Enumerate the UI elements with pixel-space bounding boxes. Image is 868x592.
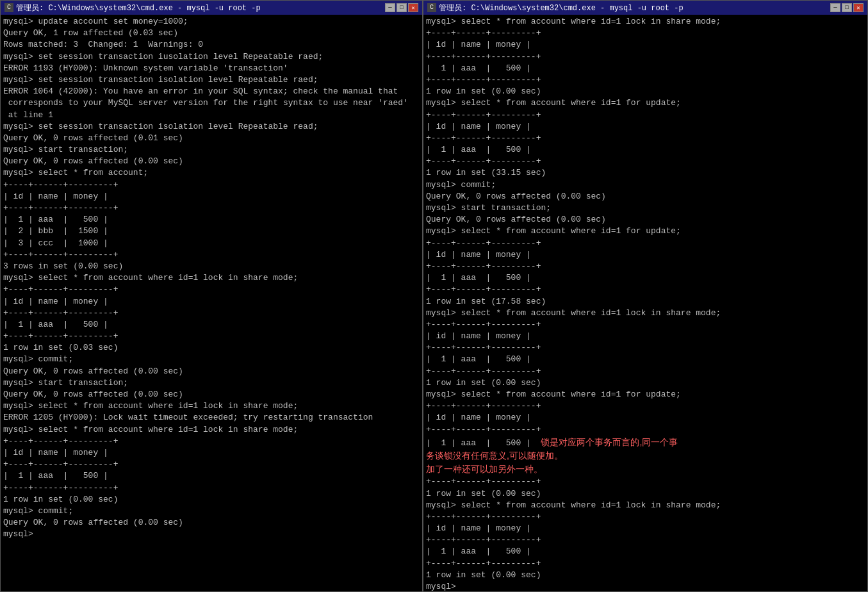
left-console-content[interactable]: mysql> update account set money=1000;Que… [1,15,422,591]
console-line: Query OK, 0 rows affected (0.00 sec) [426,191,865,202]
console-line: mysql> select * from account where id=1 … [426,389,865,400]
console-line: +----+------+---------+ [426,133,865,144]
console-line: +----+------+---------+ [426,156,865,167]
console-line: +----+------+---------+ [426,261,865,272]
console-line: | id | name | money | [3,296,420,308]
left-title-bar-left: C 管理员: C:\Windows\system32\cmd.exe - mys… [4,3,261,13]
left-title-bar: C 管理员: C:\Windows\system32\cmd.exe - mys… [1,1,422,15]
console-line: +----+------+---------+ [426,511,865,523]
console-line: +----+------+---------+ [3,459,420,470]
console-line: mysql> start transaction; [3,377,420,389]
minimize-button[interactable]: ─ [385,3,395,12]
console-line: mysql> commit; [3,354,420,365]
console-line: at line 1 [3,110,420,121]
console-line: | 1 | aaa | 500 | [3,470,420,482]
console-line: ERROR 1193 (HY000): Unknown system varia… [3,63,420,74]
console-line: | id | name | money | [426,121,865,133]
console-line: 1 row in set (33.15 sec) [426,167,865,179]
maximize-button[interactable]: □ [397,3,407,12]
console-line: +----+------+---------+ [426,342,865,354]
console-line: +----+------+---------+ [426,28,865,39]
console-line: +----+------+---------+ [426,400,865,412]
console-line: mysql> select * from account where id=1 … [426,500,865,511]
console-line: Query OK, 0 rows affected (0.00 sec) [3,156,420,167]
console-line: mysql> start transaction; [3,144,420,156]
console-line: Query OK, 0 rows affected (0.00 sec) [3,389,420,400]
console-line: | id | name | money | [3,191,420,202]
console-line: +----+------+---------+ [426,238,865,249]
console-line: Query OK, 1 row affected (0.03 sec) [3,28,420,39]
right-title-bar: C 管理员: C:\Windows\system32\cmd.exe - mys… [423,1,867,15]
console-line: | 1 | aaa | 500 | [426,354,865,365]
console-line: mysql> commit; [3,506,420,517]
console-line: mysql> select * from account; [3,167,420,179]
console-line: Query OK, 0 rows affected (0.00 sec) [3,366,420,377]
console-line: mysql> set session transaction isolation… [3,74,420,86]
console-line: +----+------+---------+ [426,51,865,63]
console-line: +----+------+---------+ [3,482,420,494]
console-line: | 1 | aaa | 500 | [3,214,420,226]
console-line: mysql> [426,581,865,591]
cmd-icon: C [4,3,13,12]
console-line: | 1 | aaa | 500 | [3,319,420,331]
close-button-right[interactable]: ✕ [853,3,864,12]
console-line: 1 row in set (17.58 sec) [426,296,865,308]
console-line: | 1 | aaa | 500 | [426,63,865,74]
maximize-button-right[interactable]: □ [842,3,852,12]
console-line: mysql> select * from account where id=1 … [426,97,865,109]
cmd-icon-right: C [427,3,436,12]
console-line: +----+------+---------+ [426,284,865,295]
console-line: Query OK, 0 rows affected (0.01 sec) [3,133,420,144]
minimize-button-right[interactable]: ─ [830,3,840,12]
console-line: 1 row in set (0.00 sec) [426,488,865,500]
console-line: ERROR 1205 (HY000): Lock wait timeout ex… [3,412,420,423]
console-line: mysql> set session transaction isolation… [3,121,420,133]
console-line: +----+------+---------+ [3,249,420,261]
console-line: 1 row in set (0.03 sec) [3,342,420,354]
console-line: mysql> select * from account where id=1 … [426,16,865,28]
close-button[interactable]: ✕ [408,3,418,12]
console-line: corresponds to your MySQL server version… [3,97,420,109]
console-line: Query OK, 0 rows affected (0.00 sec) [3,517,420,529]
left-terminal-window: C 管理员: C:\Windows\system32\cmd.exe - mys… [0,0,423,592]
console-line: | 1 | aaa | 500 | [426,546,865,557]
left-window-controls[interactable]: ─ □ ✕ [385,3,418,12]
console-line: mysql> set session transaction iusolatio… [3,51,420,63]
console-line: Query OK, 0 rows affected (0.00 sec) [426,214,865,226]
right-window-controls[interactable]: ─ □ ✕ [830,3,864,12]
left-window-title: 管理员: C:\Windows\system32\cmd.exe - mysql… [16,3,261,13]
right-terminal-window: C 管理员: C:\Windows\system32\cmd.exe - mys… [423,0,868,592]
console-line: | 1 | aaa | 500 | [426,144,865,156]
console-line: 1 row in set (0.00 sec) [3,494,420,506]
console-line: +----+------+---------+ [426,534,865,546]
console-line: mysql> [3,529,420,540]
console-line: +----+------+---------+ [426,110,865,121]
console-line: 1 row in set (0.00 sec) [426,570,865,581]
console-line: 1 row in set (0.00 sec) [426,377,865,389]
console-line: +----+------+---------+ [3,202,420,214]
console-line: Rows matched: 3 Changed: 1 Warnings: 0 [3,39,420,51]
console-line: mysql> select * from account where id=1 … [3,400,420,412]
console-line: mysql> update account set money=1000; [3,16,420,28]
right-title-bar-left: C 管理员: C:\Windows\system32\cmd.exe - mys… [427,3,684,13]
console-line: +----+------+---------+ [426,476,865,488]
console-line: | id | name | money | [426,249,865,261]
console-line: | 2 | bbb | 1500 | [3,226,420,237]
console-line: ERROR 1064 (42000): You have an error in… [3,86,420,97]
console-line: | 1 | aaa | 500 | [426,272,865,284]
console-line: | id | name | money | [3,447,420,459]
console-line: | id | name | money | [426,523,865,534]
console-line: mysql> commit; [426,179,865,191]
console-line: +----+------+---------+ [3,179,420,191]
console-line: mysql> select * from account where id=1 … [3,424,420,436]
console-line: +----+------+---------+ [426,319,865,331]
right-console-content[interactable]: mysql> select * from account where id=1 … [423,15,867,591]
console-line: +----+------+---------+ [3,284,420,295]
console-line: | id | name | money | [426,39,865,51]
console-line: mysql> select * from account where id=1 … [3,272,420,284]
console-line: +----+------+---------+ [3,331,420,342]
console-line: mysql> select * from account where id=1 … [426,308,865,319]
right-window-title: 管理员: C:\Windows\system32\cmd.exe - mysql… [439,3,684,13]
table-row: | 1 | aaa | 500 | 锁是对应两个事务而言的,同一个事务谈锁没有任… [426,436,865,477]
console-line: 3 rows in set (0.00 sec) [3,261,420,272]
